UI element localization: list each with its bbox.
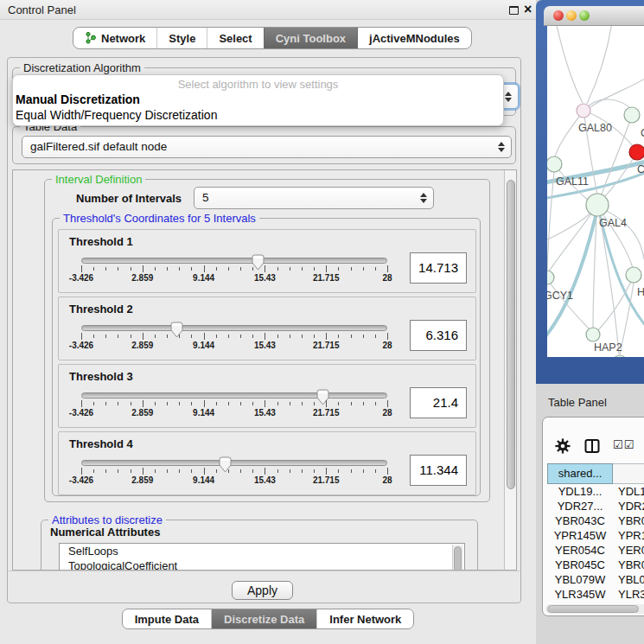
minor-tick — [93, 335, 94, 338]
minor-tick — [338, 267, 339, 271]
network-edge — [587, 26, 612, 104]
threshold-value-field[interactable]: 11.344 — [410, 455, 467, 486]
zoom-traffic-light-icon[interactable] — [579, 10, 590, 21]
table-row[interactable]: YDL19...YDL1 — [547, 484, 644, 499]
table-row[interactable]: YPR145WYPR1 — [547, 528, 644, 543]
major-tick — [387, 265, 388, 272]
tick-label: 21.715 — [313, 273, 340, 283]
column-header-na[interactable]: na — [613, 463, 644, 484]
threshold-slider[interactable]: -3.4262.8599.14415.4321.71528 — [81, 320, 387, 351]
panel-scrollbar[interactable] — [504, 170, 517, 570]
panel-scrollbar-thumb[interactable] — [507, 180, 515, 489]
minor-tick — [375, 402, 376, 405]
minor-tick — [167, 402, 168, 405]
numerical-attributes-list[interactable]: SelfLoopsTopologicalCoefficientBetweenne… — [59, 543, 465, 571]
close-traffic-light-icon[interactable] — [553, 10, 564, 21]
table-row[interactable]: YBR045CYBR0 — [547, 558, 644, 572]
apply-button[interactable]: Apply — [232, 581, 293, 600]
list-scrollbar[interactable] — [452, 545, 463, 571]
tick-label: 21.715 — [313, 341, 340, 350]
bottom-tab-infer-network[interactable]: Infer Network — [316, 609, 413, 628]
minor-tick — [191, 469, 192, 473]
minor-tick — [302, 402, 303, 405]
major-tick — [265, 333, 265, 340]
threshold-value-field[interactable]: 6.316 — [410, 320, 467, 351]
minor-tick — [314, 402, 315, 405]
dropdown-item-equal-width-frequency-discretization[interactable]: Equal Width/Frequency Discretization — [13, 107, 503, 123]
table-row[interactable]: YLR345WYLR3 — [547, 587, 644, 602]
tab-jactivemnodules[interactable]: jActiveMNodules — [357, 28, 471, 48]
network-node-pink[interactable] — [577, 104, 590, 118]
network-edge — [590, 76, 644, 107]
network-node-green[interactable] — [586, 328, 600, 341]
network-node-green[interactable] — [547, 271, 554, 284]
network-node-green[interactable] — [624, 107, 640, 123]
bottom-tab-discretize-data[interactable]: Discretize Data — [211, 609, 316, 628]
table-row[interactable]: YDR27...YDR2 — [547, 499, 644, 513]
threshold-value-field[interactable]: 21.4 — [410, 387, 467, 418]
slider-ticks — [81, 333, 387, 341]
threshold-label: Threshold 4 — [69, 437, 133, 450]
bottom-tab-impute-data[interactable]: Impute Data — [123, 609, 211, 628]
table-rows: YDL19...YDL1YDR27...YDR2YBR043CYBR0YPR14… — [547, 484, 644, 616]
gear-icon[interactable] — [555, 438, 571, 454]
tab-label: Select — [219, 32, 252, 45]
major-tick — [387, 400, 388, 407]
list-scrollbar-thumb[interactable] — [454, 546, 462, 571]
threshold-slider[interactable]: -3.4262.8599.14415.4321.71528 — [81, 387, 387, 418]
close-icon[interactable]: × — [524, 1, 532, 18]
dropdown-item-manual-discretization[interactable]: Manual Discretization — [13, 92, 503, 107]
tick-label: 21.715 — [313, 475, 340, 485]
threshold-slider[interactable]: -3.4262.8599.14415.4321.71528 — [81, 455, 387, 486]
slider-track[interactable] — [81, 392, 387, 399]
network-node-green[interactable] — [613, 355, 627, 357]
attribute-item-topologicalcoefficient[interactable]: TopologicalCoefficient — [60, 558, 464, 571]
tab-network[interactable]: Network — [73, 28, 156, 48]
threshold-slider[interactable]: -3.4262.8599.14415.4321.71528 — [81, 252, 387, 284]
table-cell: YPR1 — [613, 528, 644, 543]
major-tick — [143, 265, 143, 272]
network-node-green[interactable] — [626, 267, 641, 283]
minimize-traffic-light-icon[interactable] — [566, 10, 577, 21]
slider-track[interactable] — [81, 325, 387, 331]
column-view-icon[interactable] — [584, 438, 600, 454]
network-node-green[interactable] — [586, 194, 609, 216]
minor-tick — [118, 469, 118, 473]
tab-cyni-toolbox[interactable]: Cyni Toolbox — [264, 28, 357, 48]
table-row[interactable]: YBL079WYBL0 — [547, 572, 644, 587]
table-row[interactable]: YER054CYER0 — [547, 543, 644, 558]
tab-style[interactable]: Style — [156, 28, 207, 48]
table-row[interactable]: YBR043CYBR0 — [547, 513, 644, 528]
table-hscrollbar[interactable] — [545, 604, 644, 614]
tab-select[interactable]: Select — [207, 28, 263, 48]
network-node-green[interactable] — [547, 156, 562, 172]
minor-tick — [375, 335, 376, 338]
minor-tick — [228, 469, 229, 473]
number-of-intervals-combobox[interactable]: 5 — [194, 187, 434, 209]
slider-track[interactable] — [81, 258, 387, 264]
control-panel-title: Control Panel — [8, 3, 76, 16]
network-edge — [556, 26, 583, 103]
minor-tick — [252, 335, 253, 338]
major-tick — [81, 333, 82, 340]
network-node-red[interactable] — [629, 144, 644, 160]
slider-ticks — [81, 400, 387, 408]
major-tick — [265, 468, 265, 475]
table-panel: ☑☑ shared...na YDL19...YDL1YDR27...YDR2Y… — [542, 417, 644, 616]
major-tick — [143, 468, 143, 475]
table-data-combobox[interactable]: galFiltered.sif default node — [22, 136, 512, 158]
tick-label: -3.426 — [69, 341, 93, 350]
attribute-item-selfloops[interactable]: SelfLoops — [60, 544, 464, 558]
table-header: shared...na — [547, 463, 644, 484]
threshold-value-field[interactable]: 14.713 — [410, 252, 467, 284]
thresholds-group-title: Threshold's Coordinates for 5 Intervals — [60, 212, 259, 225]
table-hscrollbar-thumb[interactable] — [547, 605, 639, 613]
minor-tick — [155, 335, 156, 338]
network-canvas[interactable]: GAL80GCGAL11GAL4GCY1HHAP2 — [547, 26, 644, 357]
threshold-block-1: Threshold 1-3.4262.8599.14415.4321.71528… — [58, 229, 476, 293]
column-header-shared[interactable]: shared... — [547, 463, 613, 484]
float-window-icon[interactable] — [509, 6, 519, 15]
slider-track[interactable] — [81, 460, 387, 466]
table-cell: YDR2 — [613, 499, 644, 513]
checkbox-icons[interactable]: ☑☑ — [613, 438, 634, 451]
